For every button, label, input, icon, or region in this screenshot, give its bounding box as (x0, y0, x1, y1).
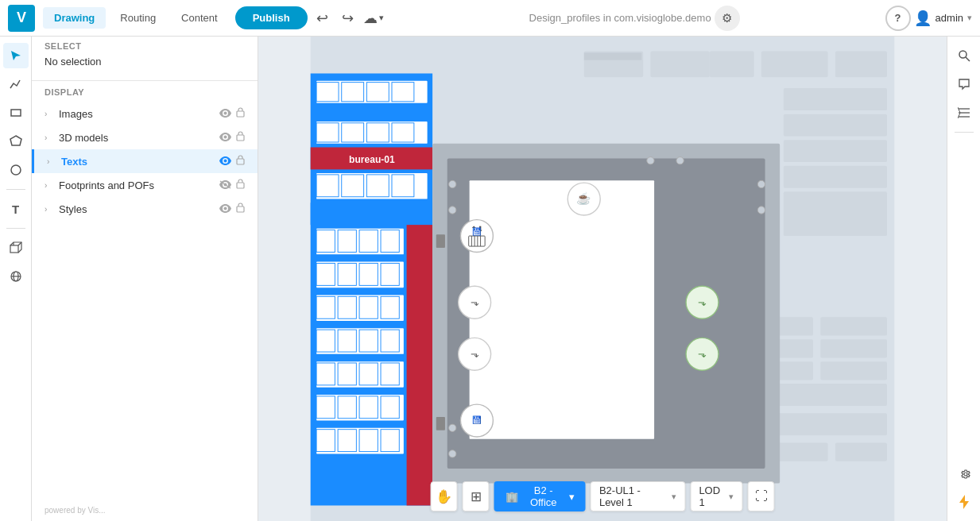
svg-rect-37 (820, 361, 887, 380)
svg-point-13 (224, 160, 227, 163)
cursor-icon (10, 49, 22, 62)
svg-point-130 (757, 206, 765, 214)
svg-rect-92 (381, 396, 399, 419)
text-tool-button[interactable]: T (3, 196, 29, 222)
svg-rect-10 (237, 111, 244, 117)
settings-icon: ⚙ (722, 11, 732, 25)
images-layer-item[interactable]: › Images (32, 102, 258, 125)
display-section-label: DISPLAY (32, 81, 258, 102)
3d-models-visibility-icon[interactable] (219, 131, 231, 144)
svg-text:⬎: ⬎ (471, 296, 479, 308)
svg-rect-75 (338, 296, 356, 318)
rect-icon (10, 106, 22, 119)
chart-icon (10, 78, 22, 91)
svg-rect-0 (11, 110, 21, 116)
footprints-layer-item[interactable]: › Footprints and POFs (32, 173, 258, 197)
svg-point-16 (224, 183, 227, 187)
search-right-button[interactable] (951, 43, 977, 68)
texts-visibility-icon[interactable] (219, 155, 231, 168)
project-settings-button[interactable]: ⚙ (715, 6, 740, 31)
texts-layer-label: Texts (61, 156, 215, 168)
texts-lock-icon[interactable] (236, 155, 245, 168)
svg-rect-96 (359, 430, 378, 452)
floor-select-button[interactable]: 🏢 B2 - Office ▾ (494, 481, 586, 511)
select-tool-button[interactable] (3, 43, 29, 68)
svg-text:bureau-01: bureau-01 (349, 154, 395, 165)
cloud-sync-button[interactable]: ☁ ▾ (363, 10, 384, 27)
user-menu[interactable]: 👤 admin ▾ (914, 10, 972, 27)
user-label: admin (935, 12, 963, 24)
3d-models-layer-item[interactable]: › 3D models (32, 125, 258, 149)
svg-rect-66 (381, 230, 399, 253)
svg-rect-90 (338, 396, 356, 419)
app-logo[interactable]: V (8, 5, 35, 32)
project-title: Design_profiles in com.visioglobe.demo (529, 12, 711, 24)
images-visibility-icon[interactable] (219, 107, 231, 120)
select-section-label: SELECT (32, 37, 258, 52)
lod-select[interactable]: LOD 1 ▾ (690, 481, 742, 511)
rect-tool-button[interactable] (3, 100, 29, 125)
tool-separator-2 (6, 228, 25, 229)
svg-point-11 (224, 136, 227, 139)
pan-tool-button[interactable]: ✋ (431, 481, 458, 511)
cloud-dropdown-icon: ▾ (379, 13, 384, 23)
lightning-icon (959, 495, 969, 509)
styles-layer-label: Styles (59, 203, 215, 215)
map-canvas[interactable]: bureau-01 bureau-02 (258, 37, 947, 521)
cloud-icon: ☁ (363, 10, 378, 27)
3d-models-lock-icon[interactable] (236, 131, 245, 144)
polygon-tool-button[interactable] (3, 129, 29, 154)
expand-icon: ⛶ (755, 489, 768, 504)
tools-settings-button[interactable] (951, 461, 977, 486)
user-dropdown-icon: ▾ (967, 13, 972, 23)
footprints-layer-label: Footprints and POFs (59, 179, 215, 191)
grid-button[interactable]: ⊞ (463, 481, 490, 511)
svg-point-18 (224, 207, 227, 210)
svg-rect-77 (381, 296, 399, 318)
lightning-button[interactable] (951, 489, 977, 515)
svg-rect-69 (338, 263, 356, 285)
chart-tool-button[interactable] (3, 71, 29, 97)
comments-button[interactable] (951, 71, 977, 97)
right-tool-separator (955, 132, 974, 133)
svg-text:🛗: 🛗 (472, 415, 482, 425)
svg-text:☕: ☕ (576, 191, 591, 206)
globe-tool-button[interactable] (3, 264, 29, 289)
images-lock-icon[interactable] (236, 107, 245, 120)
tab-drawing[interactable]: Drawing (43, 7, 106, 29)
expand-button[interactable]: ⛶ (747, 481, 774, 511)
polygon-icon (10, 135, 22, 148)
box-tool-button[interactable] (3, 235, 29, 260)
styles-lock-icon[interactable] (236, 203, 245, 215)
styles-layer-item[interactable]: › Styles (32, 197, 258, 221)
svg-rect-71 (381, 263, 399, 285)
svg-rect-44 (316, 83, 339, 102)
svg-text:🛗: 🛗 (472, 227, 482, 237)
level-select[interactable]: B2-UL1 - Level 1 ▾ (591, 481, 685, 511)
redo-button[interactable]: ↪ (336, 6, 360, 30)
publish-button[interactable]: Publish (235, 6, 308, 29)
svg-point-131 (959, 51, 966, 58)
texts-layer-item[interactable]: › Texts (32, 149, 258, 173)
undo-button[interactable]: ↩ (311, 6, 335, 30)
styles-layer-chevron: › (45, 205, 54, 214)
tab-content[interactable]: Content (170, 7, 229, 29)
styles-visibility-icon[interactable] (219, 203, 231, 215)
circle-tool-button[interactable] (3, 157, 29, 183)
grid-icon: ⊞ (471, 488, 482, 505)
svg-rect-22 (584, 52, 642, 60)
footprints-layer-chevron: › (45, 181, 54, 190)
help-button[interactable]: ? (885, 6, 911, 31)
footprints-lock-icon[interactable] (236, 179, 245, 191)
svg-point-124 (449, 206, 456, 214)
svg-rect-41 (835, 442, 887, 461)
tools-settings-icon (958, 467, 970, 480)
tab-routing[interactable]: Routing (109, 7, 167, 29)
tool-separator-1 (6, 189, 25, 190)
footprints-visibility-icon[interactable] (219, 179, 231, 191)
svg-point-129 (757, 180, 765, 187)
svg-point-2 (11, 165, 21, 175)
list-view-button[interactable] (951, 100, 977, 125)
svg-rect-46 (366, 83, 389, 102)
svg-rect-49 (316, 123, 339, 142)
